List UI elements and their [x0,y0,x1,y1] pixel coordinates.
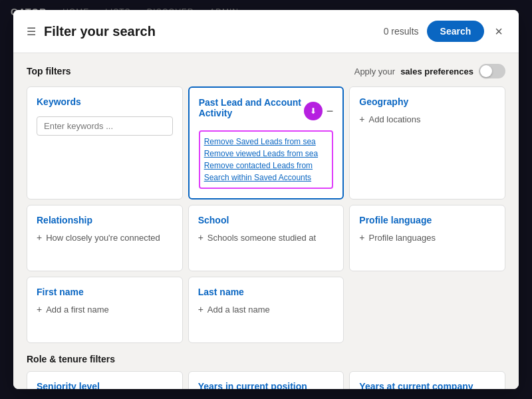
keywords-input[interactable] [37,116,173,136]
results-count: 0 results [384,26,419,37]
school-plus-icon: + [198,232,203,243]
close-button[interactable]: × [492,21,505,42]
activity-option-3[interactable]: Search within Saved Accounts [204,172,329,184]
modal: ☰ Filter your search 0 results Search × … [13,10,519,389]
past-activity-title: Past Lead and Account Activity [199,97,304,118]
modal-body: Top filters Apply your sales preferences… [13,53,519,389]
relationship-plus-icon: + [37,232,42,243]
keywords-title: Keywords [37,96,173,107]
last-name-add[interactable]: + Add a last name [198,304,334,315]
header-right: 0 results Search × [384,21,505,42]
role-filters-label: Role & tenure filters [27,354,505,364]
modal-header: ☰ Filter your search 0 results Search × [13,10,519,53]
profile-language-title: Profile language [359,215,495,225]
filter-icon: ☰ [27,25,36,38]
filter-card-last-name: Last name + Add a last name [188,277,344,343]
school-add[interactable]: + Schools someone studied at [198,232,334,243]
sales-prefs-bold: sales preferences [400,66,473,76]
filter-card-years-position: Years in current position + Years in cur… [188,371,344,389]
years-position-title: Years in current position [198,381,334,389]
relationship-add-label: How closely you're connected [46,233,160,243]
school-title: School [198,215,334,225]
modal-title: Filter your search [44,24,156,39]
search-button[interactable]: Search [427,21,485,42]
last-name-plus-icon: + [198,304,203,315]
filter-card-first-name: First name + Add a first name [27,277,183,343]
first-name-add[interactable]: + Add a first name [37,304,173,315]
profile-language-add[interactable]: + Profile languages [359,232,495,243]
filter-card-keywords: Keywords [27,86,183,200]
sales-prefs-text: Apply your [354,66,395,76]
collapse-icon[interactable]: − [327,104,334,118]
geography-title: Geography [359,96,495,107]
modal-title-row: ☰ Filter your search [27,24,156,39]
first-name-add-label: Add a first name [46,305,109,315]
sales-prefs-toggle[interactable] [479,64,505,78]
activity-icon-button[interactable]: ⬇ [304,102,323,120]
school-add-label: Schools someone studied at [207,233,316,243]
filter-card-relationship: Relationship + How closely you're connec… [27,205,183,271]
top-filters-grid: Keywords Past Lead and Account Activity … [27,86,505,343]
activity-header: Past Lead and Account Activity ⬇ − [199,97,334,125]
activity-option-1[interactable]: Remove viewed Leads from sea [204,148,329,160]
modal-overlay: ☰ Filter your search 0 results Search × … [0,0,532,399]
filter-card-past-activity: Past Lead and Account Activity ⬇ − Remov… [188,86,344,200]
role-filters-grid: Seniority level + Add seniority levels Y… [27,371,505,389]
years-company-title: Years at current company [359,381,495,389]
geography-add[interactable]: + Add locations [359,114,495,124]
last-name-add-label: Add a last name [207,305,270,315]
top-filters-header: Top filters Apply your sales preferences [27,64,505,78]
first-name-plus-icon: + [37,304,42,315]
filter-card-years-company: Years at current company + Years working… [349,371,505,389]
geography-plus-icon: + [359,114,364,124]
activity-options-box: Remove Saved Leads from sea Remove viewe… [199,130,334,189]
top-filters-label: Top filters [27,66,71,76]
seniority-title: Seniority level [37,381,173,389]
first-name-title: First name [37,287,173,297]
profile-language-add-label: Profile languages [369,233,436,243]
filter-card-profile-language: Profile language + Profile languages [349,205,505,271]
sales-prefs: Apply your sales preferences [354,64,505,78]
relationship-title: Relationship [37,215,173,225]
filter-card-seniority: Seniority level + Add seniority levels [27,371,183,389]
activity-option-2[interactable]: Remove contacted Leads from [204,160,329,172]
last-name-title: Last name [198,287,334,297]
activity-option-0[interactable]: Remove Saved Leads from sea [204,136,329,148]
profile-language-plus-icon: + [359,232,364,243]
relationship-add[interactable]: + How closely you're connected [37,232,173,243]
filter-card-geography: Geography + Add locations [349,86,505,200]
geography-add-label: Add locations [369,114,421,124]
filter-card-school: School + Schools someone studied at [188,205,344,271]
